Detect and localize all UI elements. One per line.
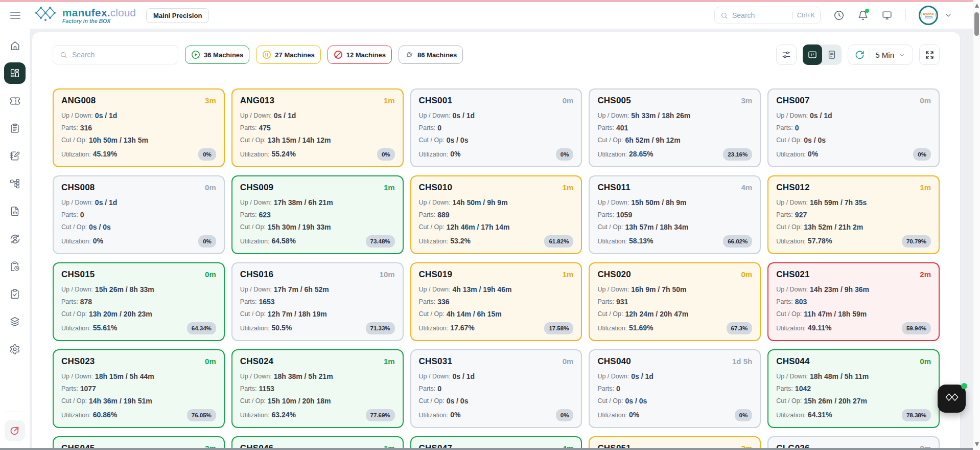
- machine-card[interactable]: CHS015 0m Up / Down:15h 26m / 8h 33m Par…: [53, 262, 225, 341]
- notification-dot: [865, 9, 869, 13]
- machine-card[interactable]: CHS044 0m Up / Down:18h 48m / 5h 11m Par…: [767, 349, 940, 428]
- machine-card[interactable]: CHS016 10m Up / Down:17h 7m / 6h 52m Par…: [231, 262, 404, 341]
- sidebar-item-settings[interactable]: [0, 335, 30, 363]
- machine-card[interactable]: CHS011 4m Up / Down:15h 50m / 8h 9m Part…: [589, 175, 761, 254]
- filter-sliders-button[interactable]: [776, 44, 797, 65]
- machine-time-badge: 1m: [563, 270, 574, 279]
- clipboard-clock-icon: [9, 261, 20, 272]
- fullscreen-button[interactable]: [919, 44, 940, 65]
- machine-card[interactable]: CHS031 0m Up / Down:0s / 1d Parts:0 Cut …: [410, 349, 582, 428]
- cut-op-stat: Cut / Op:13h 57m / 18h 34m: [597, 223, 752, 232]
- assistant-widget-button[interactable]: [938, 385, 966, 413]
- machine-filter-chip[interactable]: 36 Machines: [185, 46, 249, 64]
- machine-card[interactable]: CHS001 0m Up / Down:0s / 1d Parts:0 Cut …: [410, 88, 582, 167]
- parts-stat: Parts:1653: [240, 298, 395, 306]
- up-down-stat: Up / Down:16h 9m / 7h 50m: [597, 285, 752, 294]
- parts-stat: Parts:475: [240, 124, 395, 132]
- utilization-stat: Utilization:49.11% 59.94%: [776, 322, 931, 334]
- refresh-icon[interactable]: [855, 50, 865, 60]
- scroll-up-arrow[interactable]: [975, 4, 979, 8]
- machine-card[interactable]: CHS005 3m Up / Down:5h 33m / 18h 26m Par…: [589, 88, 761, 167]
- machine-card[interactable]: CHS024 1m Up / Down:18h 38m / 5h 21m Par…: [231, 349, 404, 428]
- machine-search-input[interactable]: [72, 51, 172, 59]
- parts-stat: Parts:316: [61, 124, 216, 132]
- open-external-button[interactable]: [5, 420, 25, 441]
- toolbar-right: 5 Min: [776, 44, 940, 65]
- sidebar-item-dashboard[interactable]: [0, 59, 30, 87]
- machine-card[interactable]: CHS019 1m Up / Down:4h 13m / 19h 46m Par…: [410, 262, 582, 341]
- avatar[interactable]: { AxonX }: [919, 6, 938, 25]
- list-view-button[interactable]: [822, 44, 842, 65]
- global-search[interactable]: Ctrl+K: [714, 7, 821, 24]
- scroll-thumb[interactable]: [974, 12, 979, 36]
- search-shortcut-hint: Ctrl+K: [792, 12, 815, 19]
- sidebar-item-hierarchy[interactable]: [0, 170, 30, 197]
- home-icon: [9, 40, 21, 52]
- machine-name: CHS044: [776, 356, 809, 367]
- machine-filter-chip[interactable]: 12 Machines: [328, 46, 392, 64]
- machine-card[interactable]: CHS021 2m Up / Down:14h 23m / 9h 36m Par…: [767, 262, 940, 341]
- interval-select[interactable]: 5 Min: [875, 51, 906, 59]
- sidebar-item-tickets[interactable]: [0, 87, 30, 115]
- hamburger-menu-icon[interactable]: [10, 12, 20, 19]
- refresh-interval-control: 5 Min: [848, 44, 913, 65]
- parts-stat: Parts:1153: [240, 385, 395, 393]
- sidebar-item-reports[interactable]: [0, 197, 30, 225]
- cut-op-stat: Cut / Op:15h 10m / 20h 18m: [240, 397, 395, 406]
- up-down-stat: Up / Down:0s / 1d: [61, 111, 216, 120]
- utilization-badge: 76.05%: [187, 409, 216, 421]
- machine-card[interactable]: CHS007 0m Up / Down:0s / 1d Parts:0 Cut …: [767, 88, 940, 167]
- sidebar-item-logbook[interactable]: [0, 142, 30, 170]
- parts-stat: Parts:0: [597, 385, 752, 393]
- utilization-stat: Utilization:0% 0%: [419, 148, 574, 161]
- cut-op-stat: Cut / Op:13h 20m / 20h 23m: [61, 310, 216, 319]
- machine-search[interactable]: [53, 45, 178, 64]
- page-scrollbar[interactable]: [973, 0, 980, 450]
- machine-card[interactable]: CHS040 1d 5h Up / Down:0s / 1d Parts:0 C…: [589, 349, 761, 428]
- machine-card[interactable]: CHS012 1m Up / Down:16h 59m / 7h 35s Par…: [767, 175, 940, 254]
- utilization-stat: Utilization:64.31% 78.38%: [776, 409, 931, 421]
- sidebar-item-tasks[interactable]: [0, 280, 30, 308]
- utilization-stat: Utilization:64.58% 73.48%: [240, 235, 395, 248]
- parts-stat: Parts:889: [419, 211, 574, 219]
- notifications-bell-icon[interactable]: [857, 10, 869, 21]
- sidebar-nav: [0, 29, 30, 448]
- sidebar-item-layers[interactable]: [0, 308, 30, 335]
- sidebar-item-schedules[interactable]: [0, 253, 30, 280]
- sidebar-item-home[interactable]: [0, 32, 30, 59]
- machine-card[interactable]: CHS020 0m Up / Down:16h 9m / 7h 50m Part…: [589, 262, 761, 341]
- display-monitor-icon[interactable]: [881, 10, 893, 21]
- machine-filter-chip[interactable]: 27 Machines: [256, 46, 320, 64]
- sidebar-item-operators[interactable]: [0, 225, 30, 253]
- machine-card[interactable]: CHS023 0m Up / Down:18h 15m / 5h 44m Par…: [53, 349, 225, 428]
- utilization-stat: Utilization:28.65% 23.16%: [597, 148, 752, 161]
- machine-card[interactable]: CHS008 0m Up / Down:0s / 1d Parts:0 Cut …: [53, 175, 225, 254]
- machine-name: CHS031: [419, 356, 452, 367]
- panel-toolbar: 36 Machines 27 Machines 12 Machines 86 M…: [53, 44, 940, 65]
- machine-name: CHS023: [61, 356, 95, 367]
- card-view-button[interactable]: [803, 44, 822, 65]
- parts-stat: Parts:0: [419, 124, 574, 132]
- up-down-stat: Up / Down:15h 50m / 8h 9m: [597, 198, 752, 207]
- sliders-icon: [781, 50, 791, 60]
- history-clock-icon[interactable]: [833, 10, 845, 21]
- external-link-icon: [9, 425, 20, 436]
- machine-time-badge: 1m: [384, 96, 395, 105]
- machine-filter-chip[interactable]: 86 Machines: [399, 46, 463, 64]
- machine-name: CHS001: [419, 96, 452, 106]
- scroll-down-arrow[interactable]: [975, 442, 979, 446]
- chevron-down-icon[interactable]: [944, 11, 952, 19]
- machine-time-badge: 2m: [920, 270, 931, 279]
- machine-card[interactable]: ANG013 1m Up / Down:0s / 1d Parts:475 Cu…: [231, 88, 404, 167]
- sidebar-item-work-orders[interactable]: [0, 115, 30, 142]
- machine-card[interactable]: CHS010 1m Up / Down:14h 50m / 9h 9m Part…: [410, 175, 582, 254]
- global-search-input[interactable]: [732, 11, 789, 19]
- cut-op-stat: Cut / Op:0s / 0s: [597, 397, 752, 406]
- user-menu[interactable]: { AxonX }: [919, 6, 952, 25]
- organization-badge[interactable]: Maini Precision: [146, 8, 209, 23]
- top-accent-strip: [0, 0, 980, 2]
- machine-card[interactable]: CHS009 1m Up / Down:17h 38m / 6h 21m Par…: [231, 175, 404, 254]
- utilization-badge: 78.38%: [902, 409, 931, 421]
- machine-card[interactable]: ANG008 3m Up / Down:0s / 1d Parts:316 Cu…: [53, 88, 225, 167]
- cut-op-stat: Cut / Op:13h 15m / 14h 12m: [240, 136, 395, 145]
